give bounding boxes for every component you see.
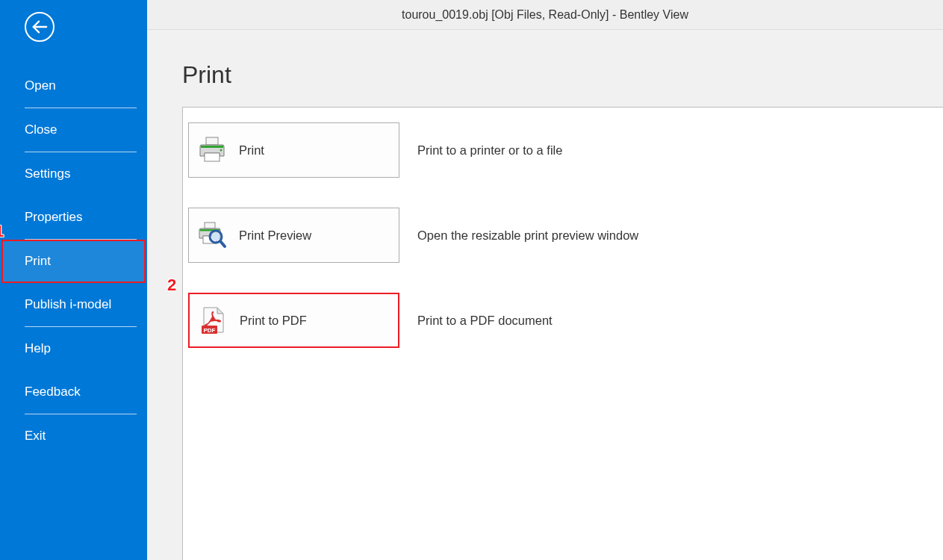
svg-text:PDF: PDF: [204, 327, 216, 334]
annotation-2: 2: [167, 276, 176, 295]
print-preview-button[interactable]: Print Preview: [188, 208, 399, 263]
print-preview-desc: Open the resizable print preview window: [417, 228, 638, 243]
print-button[interactable]: Print: [188, 122, 399, 178]
sidebar-item-exit[interactable]: Exit: [0, 414, 147, 458]
sidebar: Open Close Settings Properties 1 Print P…: [0, 0, 147, 560]
options-panel: Print Print to a printer or to a file: [182, 107, 943, 560]
option-row-pdf: 2 PDF Print to PDF Print to a PDF docume…: [188, 293, 943, 348]
print-to-pdf-desc: Print to a PDF document: [417, 314, 553, 328]
svg-rect-5: [205, 223, 215, 228]
sidebar-item-open[interactable]: Open: [0, 64, 147, 108]
window-title: tourou_0019.obj [Obj Files, Read-Only] -…: [147, 0, 943, 30]
print-to-pdf-button[interactable]: 2 PDF Print to PDF: [188, 293, 399, 348]
sidebar-item-close[interactable]: Close: [0, 108, 147, 152]
page-title: Print: [147, 30, 943, 107]
print-preview-label: Print Preview: [239, 228, 311, 243]
print-label: Print: [239, 143, 264, 158]
sidebar-item-publish[interactable]: Publish i-model: [0, 283, 147, 326]
print-preview-icon: [197, 220, 227, 250]
back-button[interactable]: [25, 12, 55, 42]
annotation-1: 1: [0, 222, 4, 241]
svg-rect-4: [205, 153, 220, 161]
svg-point-3: [220, 149, 222, 152]
sidebar-item-settings[interactable]: Settings: [0, 152, 147, 196]
printer-icon: [197, 135, 227, 165]
sidebar-item-help[interactable]: Help: [0, 327, 147, 370]
sidebar-item-print[interactable]: Print: [3, 241, 144, 281]
sidebar-item-feedback[interactable]: Feedback: [0, 370, 147, 414]
sidebar-item-properties[interactable]: Properties: [0, 196, 147, 239]
svg-point-9: [212, 233, 220, 241]
option-row-preview: Print Preview Open the resizable print p…: [188, 208, 943, 263]
print-desc: Print to a printer or to a file: [417, 143, 562, 158]
svg-line-10: [220, 241, 225, 246]
pdf-icon: PDF: [198, 305, 228, 335]
back-arrow-icon: [31, 19, 48, 34]
main-area: tourou_0019.obj [Obj Files, Read-Only] -…: [147, 0, 943, 560]
svg-rect-2: [201, 146, 223, 148]
option-row-print: Print Print to a printer or to a file: [188, 122, 943, 178]
svg-rect-1: [206, 137, 218, 145]
sidebar-print-highlight: 1 Print: [1, 240, 146, 283]
print-to-pdf-label: Print to PDF: [240, 314, 307, 328]
